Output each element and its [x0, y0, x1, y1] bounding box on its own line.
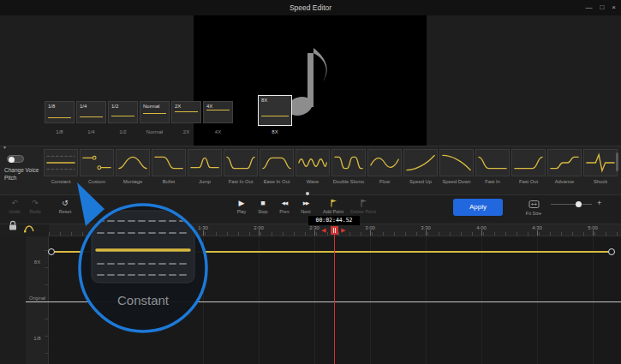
maximize-icon[interactable]: □ [600, 0, 604, 15]
callout-thumbnail [92, 211, 194, 283]
add-point-flag-icon [330, 199, 337, 207]
curve-thumbnail [260, 149, 294, 176]
curve-preset-advance[interactable]: Advance [547, 149, 582, 184]
add-point-button[interactable]: Add Point [320, 199, 346, 214]
redo-icon: ↷ [32, 199, 39, 207]
speed-line-glyph [175, 111, 198, 113]
ruler-tick [593, 230, 594, 236]
scale-label-middle: Original [26, 295, 49, 301]
speed-caption: 2X [171, 129, 201, 134]
step-back-icon[interactable]: ◀ [321, 227, 325, 234]
gridline [593, 236, 594, 364]
undo-icon: ↶ [11, 199, 18, 207]
voice-pitch-label: Change Voice Pitch [4, 166, 40, 182]
speed-caption: 8X [258, 129, 292, 134]
speed-line-glyph [48, 117, 71, 119]
ruler-tick [481, 230, 482, 236]
gridline [426, 236, 427, 364]
curve-thumbnail [583, 149, 618, 176]
speed-line-glyph [111, 116, 134, 117]
curve-preset-speed-up[interactable]: Speed Up [403, 149, 438, 184]
curve-thumbnail [367, 149, 402, 176]
curve-thumbnail [296, 149, 330, 176]
redo-button[interactable]: ↷ Redo [26, 199, 45, 214]
playhead-handle[interactable] [331, 226, 338, 235]
ruler-tick [370, 230, 371, 236]
close-icon[interactable]: × [612, 0, 616, 15]
curve-thumbnail [511, 149, 546, 176]
speed-preset-normal[interactable]: Normal [140, 101, 170, 123]
current-time-display: 00:02:44.52 [308, 216, 360, 225]
delete-point-flag-icon [360, 199, 367, 207]
toggle-knob [9, 157, 15, 163]
fit-size-slider-knob[interactable] [576, 201, 582, 207]
gridline [481, 236, 482, 364]
speed-caption: 1/2 [108, 129, 138, 134]
video-preview [194, 15, 427, 146]
gridline [370, 236, 371, 364]
ruler-tick [314, 230, 315, 236]
apply-button[interactable]: Apply [453, 199, 503, 216]
curve-thumbnail [547, 149, 582, 176]
curve-preset-shock[interactable]: Shock [583, 149, 618, 184]
collapse-arrow-icon[interactable]: ▼ [3, 145, 7, 150]
gridline [314, 236, 315, 364]
undo-button[interactable]: ↶ Undo [5, 199, 24, 214]
timeline-corner [0, 236, 26, 364]
fit-size-slider[interactable] [551, 204, 592, 205]
minimize-icon[interactable]: — [585, 0, 592, 15]
fit-size-label: Fit Size [521, 211, 546, 216]
speed-line-glyph [261, 116, 289, 117]
ruler-tick [426, 230, 427, 236]
speed-caption: 1/4 [76, 129, 106, 134]
gridline [537, 236, 538, 364]
strip-scroll-indicator[interactable] [306, 192, 309, 195]
strip-scrollbar[interactable] [616, 152, 618, 171]
titlebar: Speed Editor — □ × [0, 0, 621, 15]
curve-preset-ease-in-out[interactable]: Ease In Out [260, 149, 294, 184]
lock-icon [8, 219, 18, 231]
ruler-tick [537, 230, 538, 236]
speed-preset-8x-selected[interactable]: 8X [258, 95, 292, 126]
curve-mode-button[interactable] [23, 221, 35, 236]
speed-caption: Normal [140, 129, 170, 134]
next-icon: ▶▶ [303, 199, 308, 207]
curve-preset-speed-down[interactable]: Speed Down [439, 149, 474, 184]
next-point-button[interactable]: ▶▶ Next [296, 199, 315, 214]
window-controls: — □ × [585, 0, 616, 15]
lock-button[interactable] [8, 219, 18, 235]
speed-preset-2x[interactable]: 2X [171, 101, 201, 123]
speed-line-glyph [206, 110, 230, 111]
ruler-tick [259, 230, 260, 236]
speed-curve-end-handle[interactable] [608, 248, 615, 255]
curve-thumbnail [475, 149, 510, 176]
curve-preset-double-slomo[interactable]: Double Slomo [331, 149, 366, 184]
speed-preset-1-4[interactable]: 1/4 [76, 101, 106, 123]
playhead-line[interactable] [334, 235, 335, 364]
voice-pitch-toggle[interactable] [7, 155, 24, 163]
curve-thumbnail [331, 149, 366, 176]
curve-preset-wave[interactable]: Wave [296, 149, 330, 184]
curve-preset-fast-out[interactable]: Fast Out [511, 149, 546, 184]
speed-editor-window: Speed Editor — □ × 1/8 1/4 1/2 Normal 2X… [0, 0, 621, 364]
speed-line-glyph [143, 113, 166, 115]
play-icon: ▶ [239, 199, 245, 207]
stop-icon: ■ [260, 199, 265, 207]
delete-point-button[interactable]: Delete Point [348, 199, 379, 214]
speed-preset-1-8[interactable]: 1/8 [45, 101, 75, 123]
step-forward-icon[interactable]: ▶ [341, 227, 345, 234]
speed-line-glyph [80, 116, 103, 118]
zoom-callout: Constant [50, 171, 238, 355]
curve-thumbnail [439, 149, 474, 176]
stop-button[interactable]: ■ Stop [254, 199, 272, 214]
curve-mode-icon [23, 223, 35, 233]
callout-label: Constant [117, 293, 170, 307]
speed-preset-1-2[interactable]: 1/2 [108, 101, 138, 123]
scale-label-top: 8X [26, 260, 49, 265]
curve-preset-flow[interactable]: Flow [367, 149, 402, 184]
speed-caption: 4X [203, 129, 233, 134]
zoom-in-icon[interactable]: + [597, 199, 601, 207]
speed-preset-4x[interactable]: 4X [203, 101, 233, 123]
curve-preset-fast-in[interactable]: Fast In [475, 149, 510, 184]
prev-point-button[interactable]: ◀◀ Prev [275, 199, 294, 214]
